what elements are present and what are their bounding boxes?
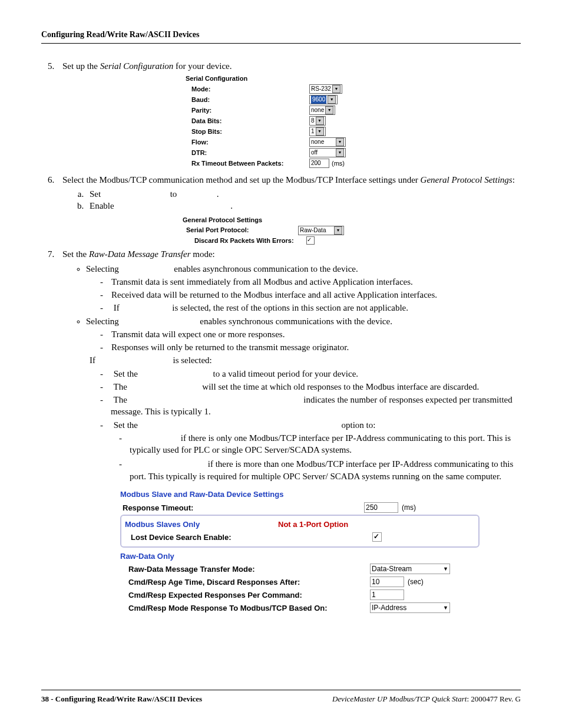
databits-label: Data Bits:	[186, 117, 309, 126]
d-set-b: to a valid timeout period for your devic…	[213, 369, 359, 378]
b2-d1: Transmit data will expect one or more re…	[100, 328, 521, 340]
serial-config-title: Serial Configuration	[186, 74, 398, 83]
spp-select[interactable]: Raw-Data▼	[298, 226, 344, 235]
mb-basedon-label: Cmd/Resp Mode Response To Modbus/TCP Bas…	[120, 603, 370, 614]
baud-value: 9600	[311, 95, 326, 104]
chevron-down-icon: ▼	[316, 127, 324, 136]
d-set-a: Set the	[114, 369, 138, 378]
mb-resp-label: Response Timeout:	[120, 503, 364, 513]
sd1: if there is only one Modbus/TCP interfac…	[119, 432, 521, 456]
mb-rdm-value: Data-Stream	[372, 564, 412, 574]
if-b: is selected:	[173, 355, 212, 365]
step7-b: Raw-Data Message Transfer	[89, 249, 191, 259]
rxto-label: Rx Timeout Between Packets:	[186, 159, 309, 168]
dtr-value: off	[311, 149, 318, 157]
mb-lost-checkbox[interactable]	[372, 532, 382, 542]
step5-text-c: for your device.	[173, 61, 232, 71]
mb-slaves-group: Modbus Slaves Only Not a 1-Port Option L…	[120, 515, 480, 548]
mb-rdm-select[interactable]: Data-Stream▼	[370, 564, 450, 574]
stopbits-value: 1	[311, 127, 315, 136]
modbus-settings-panel: Modbus Slave and Raw-Data Device Setting…	[120, 489, 480, 614]
b1-d3: If is selected, the rest of the options …	[100, 302, 521, 314]
databits-value: 8	[311, 117, 315, 125]
mb-exp-input[interactable]: 1	[370, 589, 404, 600]
spp-value: Raw-Data	[300, 226, 326, 235]
step-7: Set the Raw-Data Message Transfer mode: …	[57, 248, 521, 614]
bullet-datastream: Selecting enables asynchronous communica…	[86, 263, 521, 314]
baud-label: Baud:	[186, 95, 309, 104]
d-mode-a: Set the	[114, 420, 138, 430]
b2b: enables synchronous communications with …	[200, 317, 392, 326]
chevron-down-icon: ▼	[332, 85, 340, 93]
chevron-down-icon: ▼	[334, 226, 342, 235]
d-age-b: will set the time at which old responses…	[202, 382, 479, 391]
mode-select[interactable]: RS-232▼	[309, 84, 342, 94]
serial-config-panel: Serial Configuration Mode: RS-232▼ Baud:…	[186, 74, 398, 168]
flow-select[interactable]: none▼	[309, 137, 346, 147]
mb-not1port: Not a 1-Port Option	[278, 519, 348, 530]
stopbits-select[interactable]: 1▼	[309, 127, 326, 136]
mb-rdm-label: Raw-Data Message Transfer Mode:	[120, 564, 370, 575]
page-header: Configuring Read/Write Raw/ASCII Devices	[41, 29, 521, 44]
baud-select[interactable]: 9600▼	[309, 95, 338, 104]
step5-text-a: Set up the	[62, 61, 100, 71]
mode-value: RS-232	[311, 85, 331, 93]
flow-label: Flow:	[186, 138, 309, 147]
databits-select[interactable]: 8▼	[309, 116, 326, 126]
d-exp-b: indicates the number of responses expect…	[111, 395, 513, 416]
mb-age-label: Cmd/Resp Age Time, Discard Responses Aft…	[120, 577, 370, 588]
rxto-unit: (ms)	[332, 159, 345, 168]
mb-rawonly: Raw-Data Only	[120, 551, 174, 562]
d-age-a: The	[113, 382, 127, 391]
step-5: Set up the Serial Configuration for your…	[57, 60, 521, 168]
step6-b: General Protocol Settings	[421, 175, 513, 185]
if-line: If is selected:	[86, 354, 521, 366]
chevron-down-icon: ▼	[336, 138, 344, 146]
mb-resp-unit: (ms)	[402, 503, 416, 512]
b2a: Selecting	[86, 317, 119, 326]
step6-a: Select the Modbus/TCP communication meth…	[62, 175, 421, 185]
b1-d2: Received data will be returned to the Mo…	[100, 289, 521, 301]
spp-label: Serial Port Protocol:	[183, 226, 298, 235]
step-6: Select the Modbus/TCP communication meth…	[57, 174, 521, 245]
mode-label: Mode:	[186, 85, 309, 94]
step6b-end: .	[230, 201, 233, 210]
gps-title: General Protocol Settings	[183, 216, 401, 225]
d-age: The will set the time at which old respo…	[100, 381, 521, 393]
discard-label: Discard Rx Packets With Errors:	[183, 236, 306, 245]
step6a-end: .	[217, 189, 219, 199]
step6-c: :	[513, 175, 515, 185]
mb-resp-input[interactable]: 250	[364, 502, 398, 513]
parity-label: Parity:	[186, 106, 309, 115]
mb-basedon-select[interactable]: IP-Address▼	[370, 602, 450, 613]
discard-checkbox[interactable]	[306, 236, 315, 245]
b1b: enables asynchronous communication to th…	[174, 264, 358, 274]
if-a: If	[90, 355, 95, 365]
bullet-cmdresp: Selecting enables synchronous communicat…	[86, 315, 521, 482]
stopbits-label: Stop Bits:	[186, 127, 309, 136]
chevron-down-icon: ▼	[336, 149, 344, 157]
d-mode-b: option to:	[342, 420, 376, 430]
sd1-text: if there is only one Modbus/TCP interfac…	[130, 433, 511, 454]
b2-d2: Responses will only be returned to the t…	[100, 341, 521, 353]
d-mode: Set the option to:	[100, 419, 521, 431]
rxto-input[interactable]: 200	[309, 159, 329, 168]
mb-exp-label: Cmd/Resp Expected Responses Per Command:	[120, 590, 370, 601]
dtr-select[interactable]: off▼	[309, 148, 346, 157]
mb-basedon-value: IP-Address	[372, 603, 406, 612]
sd2: if there is more than one Modbus/TCP int…	[119, 458, 521, 482]
mb-slaves-only: Modbus Slaves Only	[125, 520, 200, 529]
protocol-settings-panel: General Protocol Settings Serial Port Pr…	[183, 216, 401, 245]
step7-c: mode:	[191, 249, 215, 259]
chevron-down-icon: ▼	[316, 117, 324, 125]
chevron-down-icon: ▼	[328, 95, 336, 104]
chevron-down-icon: ▼	[325, 106, 333, 114]
step6-item-b: Enable .	[86, 200, 521, 212]
mb-age-input[interactable]: 10	[370, 577, 404, 587]
step6a-mid: to	[170, 189, 177, 199]
parity-select[interactable]: none▼	[309, 106, 335, 115]
b1-d1: Transmit data is sent immediately from a…	[100, 276, 521, 288]
chevron-down-icon: ▼	[443, 565, 448, 572]
chevron-down-icon: ▼	[443, 604, 448, 611]
step6-item-a: Set to .	[86, 188, 521, 200]
